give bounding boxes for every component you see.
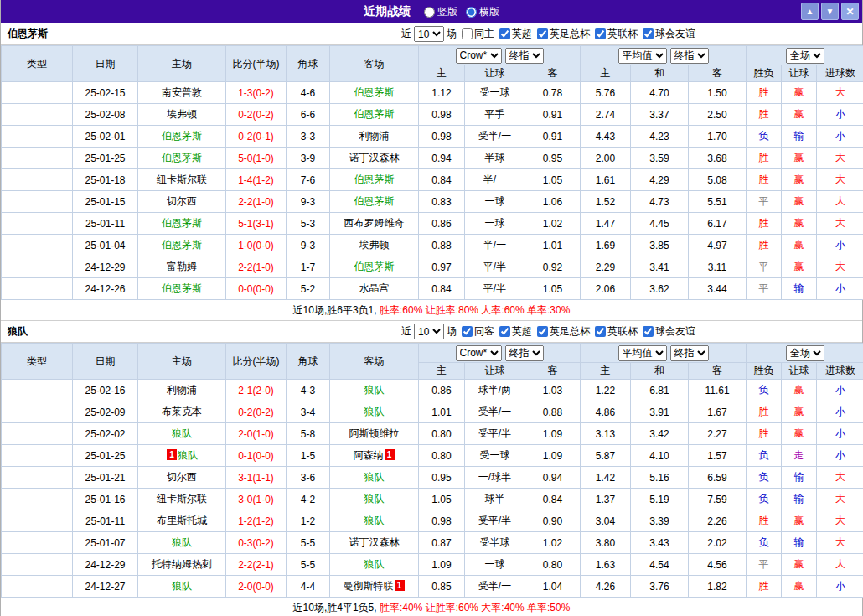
league-checkbox-efl-cup[interactable]: 英联杯: [595, 27, 638, 41]
euro-company-select[interactable]: 平均值: [618, 345, 667, 361]
league-checkbox-friendly[interactable]: 球会友谊: [643, 324, 695, 339]
euro-home-odds: 1.47: [581, 213, 631, 235]
table-row: 英超 25-01-04 伯恩茅斯 1-0(0-0) 9-3 埃弗顿 0.88 半…: [2, 235, 863, 256]
result-winloss: 胜: [747, 576, 782, 598]
layout-vertical-option[interactable]: 竖版: [424, 5, 457, 19]
euro-away-odds: 7.59: [689, 489, 747, 510]
league-checkbox-efl-cup[interactable]: 英联杯: [595, 324, 638, 339]
epl-checkbox-input[interactable]: [499, 326, 510, 337]
col-home: 主场: [138, 344, 226, 380]
handicap-line: 球半: [465, 489, 525, 510]
match-count-select[interactable]: 10: [414, 324, 444, 339]
handicap-home-odds: 0.84: [419, 169, 465, 191]
league-checkbox-fa-cup[interactable]: 英足总杯: [537, 27, 590, 41]
handicap-index-select[interactable]: 终指: [505, 48, 544, 64]
league-type-badge: 英超: [2, 445, 73, 467]
league-checkbox-friendly[interactable]: 球会友谊: [643, 27, 695, 41]
team-name-text: 富勒姆: [167, 261, 197, 272]
league-checkbox-epl[interactable]: 英超: [499, 27, 532, 41]
handicap-group-header: Crow* 终指: [419, 344, 581, 363]
efl-cup-checkbox-input[interactable]: [595, 326, 606, 337]
result-goals: 小: [817, 235, 863, 256]
result-goals: 大: [817, 191, 863, 213]
friendly-checkbox-input[interactable]: [643, 28, 654, 39]
same-venue-checkbox[interactable]: 同主: [462, 27, 494, 41]
result-handicap: 赢: [782, 82, 817, 104]
friendly-checkbox-input[interactable]: [643, 326, 654, 337]
result-goals: 小: [817, 380, 863, 401]
fa-cup-checkbox-input[interactable]: [537, 326, 548, 337]
handicap-line: 受平/半: [465, 423, 525, 445]
team-section-header: 伯恩茅斯 近 10 场 同主 英超 英足总杯 英联杯 球会友谊: [1, 23, 862, 45]
handicap-home-odds: 0.80: [419, 423, 465, 445]
league-checkbox-fa-cup[interactable]: 英足总杯: [537, 324, 590, 339]
team-name-text: 诺丁汉森林: [349, 152, 400, 163]
handicap-home-odds: 0.83: [419, 191, 465, 213]
layout-horizontal-option[interactable]: 横版: [466, 5, 499, 19]
euro-company-select[interactable]: 平均值: [618, 48, 667, 64]
score-halftime: 2-1(2-0): [226, 380, 287, 401]
handicap-line: 一球: [465, 213, 525, 235]
handicap-index-select[interactable]: 终指: [505, 345, 544, 361]
handicap-line: 一球: [465, 191, 525, 213]
team-name-text: 伯恩茅斯: [162, 152, 202, 163]
handicap-line: 半球: [465, 148, 525, 169]
handicap-home-odds: 0.98: [419, 510, 465, 532]
score-halftime: 1-3(0-2): [226, 82, 287, 104]
scope-select[interactable]: 全场: [786, 345, 824, 361]
same-venue-checkbox-input[interactable]: [462, 326, 473, 337]
league-type-badge: 英超: [2, 467, 73, 489]
col-corner: 角球: [287, 344, 330, 380]
result-handicap: 赢: [782, 510, 817, 532]
corner-count: 5-5: [287, 554, 330, 576]
away-team: 西布罗姆维奇: [330, 213, 419, 235]
table-row: 英足总杯 25-01-11 布里斯托城 1-2(1-2) 1-2 狼队 0.98…: [2, 510, 863, 532]
team-name-text: 狼队: [178, 449, 198, 461]
match-date: 25-01-21: [73, 467, 138, 489]
result-goals: 小: [817, 104, 863, 126]
corner-count: 5-8: [287, 423, 330, 445]
euro-draw-odds: 4.10: [631, 445, 689, 467]
euro-away-odds: 6.17: [689, 213, 747, 235]
team-name-text: 伯恩茅斯: [162, 130, 202, 142]
efl-cup-checkbox-input[interactable]: [595, 28, 606, 39]
match-date: 25-01-16: [73, 489, 138, 510]
euro-home-odds: 2.00: [581, 148, 631, 169]
handicap-company-select[interactable]: Crow*: [456, 345, 502, 361]
scroll-up-button[interactable]: ▲: [801, 3, 819, 20]
near-label: 近: [401, 324, 411, 339]
col-result: 胜负: [747, 65, 782, 82]
scroll-down-button[interactable]: ▼: [821, 3, 839, 20]
result-handicap: 赢: [782, 235, 817, 256]
team-name-text: 狼队: [172, 427, 192, 439]
euro-group-header: 平均值 终指: [581, 344, 747, 363]
match-date: 25-01-25: [73, 148, 138, 169]
same-venue-checkbox[interactable]: 同客: [462, 324, 494, 339]
horizontal-radio[interactable]: [466, 7, 477, 18]
scope-select[interactable]: 全场: [786, 48, 824, 64]
close-button[interactable]: ✕: [841, 3, 859, 20]
score-halftime: 2-0(1-0): [226, 423, 287, 445]
team-name-text: 利物浦: [359, 130, 390, 142]
match-count-select[interactable]: 10: [414, 26, 444, 42]
epl-checkbox-input[interactable]: [499, 28, 510, 39]
team-name-text: 狼队: [364, 558, 385, 570]
fa-cup-checkbox-input[interactable]: [537, 28, 548, 39]
same-venue-checkbox-input[interactable]: [462, 28, 473, 39]
euro-draw-odds: 3.62: [631, 278, 689, 300]
euro-index-select[interactable]: 终指: [670, 48, 709, 64]
handicap-away-odds: 0.88: [525, 401, 581, 423]
handicap-company-select[interactable]: Crow*: [456, 48, 502, 64]
corner-count: 4-4: [287, 576, 330, 598]
euro-index-select[interactable]: 终指: [670, 345, 709, 361]
home-team: 布里斯托城: [138, 510, 226, 532]
league-checkbox-epl[interactable]: 英超: [499, 324, 532, 339]
team-name-text: 伯恩茅斯: [354, 108, 395, 120]
euro-home-odds: 5.76: [581, 82, 631, 104]
euro-home-odds: 1.42: [581, 467, 631, 489]
team-name-text: 狼队: [364, 471, 385, 483]
vertical-radio[interactable]: [424, 7, 435, 18]
handicap-line: 半/一: [465, 169, 525, 191]
col-home: 主场: [138, 46, 226, 82]
result-winloss: 胜: [747, 169, 782, 191]
